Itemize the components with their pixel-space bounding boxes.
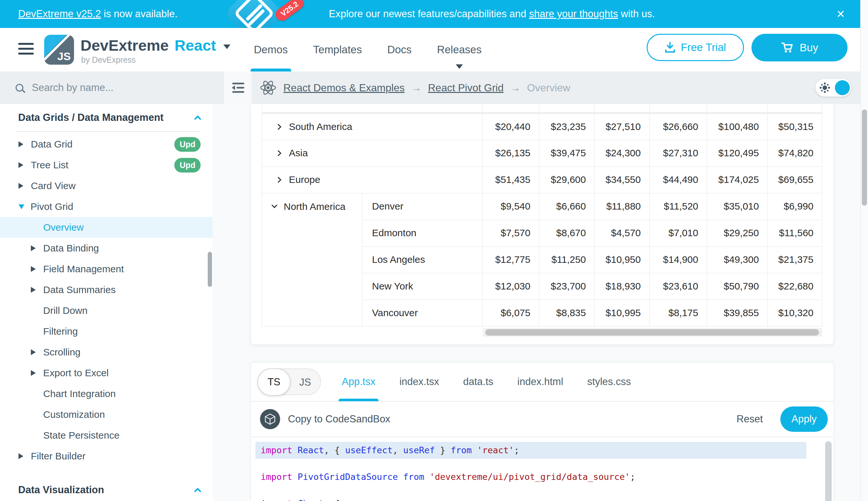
sidebar-item-data-summaries[interactable]: Data Summaries [0, 279, 213, 300]
pivot-value-cell: $27,510 [595, 113, 650, 140]
pivot-value-cell: $29,250 [707, 220, 768, 246]
breadcrumb: React Demos & Examples→React Pivot Grid→… [252, 72, 868, 104]
pivot-row-header-asia[interactable]: Asia [262, 140, 483, 166]
search-input[interactable]: Search by name... [0, 72, 224, 104]
framework-selector[interactable]: React [175, 36, 216, 54]
chevron-down-icon [456, 64, 463, 69]
toggle-knob [835, 80, 850, 95]
pivot-value-cell: $9,540 [483, 193, 539, 220]
sidebar-item-card-view[interactable]: Card View [0, 175, 213, 196]
sidebar-item-filtering[interactable]: Filtering [0, 321, 213, 342]
code-panel: TS JS App.tsxindex.tsxdata.tsindex.htmls… [251, 362, 834, 501]
pivot-value-cell: $8,670 [539, 220, 595, 246]
devextreme-js-logo[interactable]: JS [44, 35, 74, 65]
box-graphic [224, 0, 284, 28]
close-icon[interactable]: × [836, 0, 845, 28]
theme-toggle[interactable] [815, 79, 851, 96]
pivot-value-cell: $14,900 [650, 246, 707, 273]
cart-icon [781, 42, 794, 54]
code-scrollbar-thumb[interactable] [825, 441, 832, 501]
section-label: Data Grids / Data Management [18, 112, 164, 124]
triangle-right-icon [19, 183, 23, 189]
sidebar-section-data-grids-data-management[interactable]: Data Grids / Data Management [0, 107, 213, 128]
sun-icon [823, 85, 827, 90]
pivot-row-header-europe[interactable]: Europe [262, 166, 483, 193]
codesandbox-icon[interactable] [260, 409, 280, 429]
sidebar-item-data-binding[interactable]: Data Binding [0, 238, 213, 259]
version-link[interactable]: DevExtreme v25.2 [18, 8, 101, 20]
nav-item-label: Docs [387, 44, 411, 56]
sidebar-item-export-to-excel[interactable]: Export to Excel [0, 363, 213, 383]
breadcrumb-link-react-pivot-grid[interactable]: React Pivot Grid [428, 82, 504, 94]
pivot-partial-cell [650, 104, 707, 113]
breadcrumb-link-react-demos-examples[interactable]: React Demos & Examples [283, 82, 405, 94]
triangle-right-icon [31, 287, 36, 293]
nav-item-demos[interactable]: Demos [254, 28, 288, 72]
sidebar-item-tree-list[interactable]: Tree ListUpd [0, 154, 213, 175]
language-toggle[interactable]: TS JS [257, 369, 321, 395]
code-tab-app-tsx[interactable]: App.tsx [342, 362, 375, 401]
pivot-value-cell: $11,520 [650, 193, 707, 220]
sidebar-item-drill-down[interactable]: Drill Down [0, 300, 213, 321]
pivot-row-header-north-america[interactable]: North America [262, 193, 362, 326]
nav-item-releases[interactable]: Releases [437, 28, 482, 72]
triangle-right-icon [19, 141, 23, 147]
buy-button[interactable]: Buy [751, 34, 848, 61]
pivot-row-header-new-york: New York [362, 273, 483, 300]
code-tab-index-html[interactable]: index.html [517, 362, 563, 401]
sidebar-item-label: State Persistence [43, 430, 119, 441]
collapse-sidebar-icon[interactable] [230, 82, 245, 94]
language-option-ts[interactable]: TS [257, 369, 290, 396]
sidebar-item-data-grid[interactable]: Data GridUpd [0, 134, 213, 154]
sidebar-item-field-management[interactable]: Field Management [0, 259, 213, 279]
code-editor[interactable]: import React, { useEffect, useRef } from… [251, 437, 834, 501]
promo-banner: DevExtreme v25.2 is now available. V25.2… [0, 0, 868, 28]
apply-button[interactable]: Apply [780, 406, 828, 432]
nav-item-docs[interactable]: Docs [387, 28, 411, 72]
sidebar-item-pivot-grid[interactable]: Pivot Grid [0, 196, 213, 217]
download-icon [664, 42, 675, 53]
language-option-js[interactable]: JS [290, 369, 320, 396]
page-scrollbar-thumb[interactable] [862, 109, 867, 206]
row-label: North America [284, 201, 345, 212]
sidebar-item-state-persistence[interactable]: State Persistence [0, 425, 213, 446]
share-thoughts-link[interactable]: share your thoughts [529, 8, 618, 20]
sidebar-item-label: Customization [43, 409, 105, 420]
chevron-right-icon [275, 177, 281, 183]
pivot-value-cell: $8,835 [539, 300, 595, 326]
code-tab-index-tsx[interactable]: index.tsx [399, 362, 439, 401]
sidebar-item-chart-integration[interactable]: Chart Integration [0, 383, 213, 404]
code-tab-styles-css[interactable]: styles.css [587, 362, 631, 401]
reset-button[interactable]: Reset [737, 413, 763, 425]
pivot-value-cell: $50,315 [768, 113, 822, 140]
pivot-value-cell: $35,010 [707, 193, 768, 220]
pivot-value-cell: $69,655 [768, 166, 822, 193]
sidebar-item-scrolling[interactable]: Scrolling [0, 342, 213, 363]
pivot-value-cell: $12,775 [483, 246, 539, 273]
sidebar-item-filter-builder[interactable]: Filter Builder [0, 446, 213, 467]
sidebar: Data Grids / Data ManagementData GridUpd… [0, 104, 213, 501]
pivot-value-cell: $34,550 [595, 166, 650, 193]
pivot-partial-cell [483, 104, 539, 113]
pivot-value-cell: $4,570 [595, 220, 650, 246]
sidebar-section-data-visualization[interactable]: Data Visualization [0, 480, 213, 500]
scrollbar-thumb[interactable] [485, 329, 819, 335]
copy-to-codesandbox-link[interactable]: Copy to CodeSandBox [288, 413, 390, 425]
free-trial-button[interactable]: Free Trial [647, 34, 744, 61]
triangle-down-icon [19, 204, 24, 209]
pivot-row-header-south-america[interactable]: South America [262, 113, 483, 140]
main-nav: DemosTemplatesDocsReleases [254, 28, 482, 72]
sidebar-item-label: Overview [43, 222, 84, 233]
toolbar-gap [224, 72, 252, 104]
sidebar-item-customization[interactable]: Customization [0, 404, 213, 425]
banner-message-rest: is now available. [101, 8, 178, 20]
nav-item-templates[interactable]: Templates [313, 28, 362, 72]
menu-icon[interactable] [18, 43, 34, 57]
banner-message: DevExtreme v25.2 is now available. [18, 0, 178, 28]
sidebar-scrollbar-thumb[interactable] [208, 252, 212, 287]
sidebar-item-overview[interactable]: Overview [0, 217, 213, 238]
breadcrumb-current: Overview [527, 82, 570, 94]
code-tab-data-ts[interactable]: data.ts [463, 362, 493, 401]
chevron-down-icon [223, 44, 230, 49]
pivot-partial-cell [539, 104, 595, 113]
